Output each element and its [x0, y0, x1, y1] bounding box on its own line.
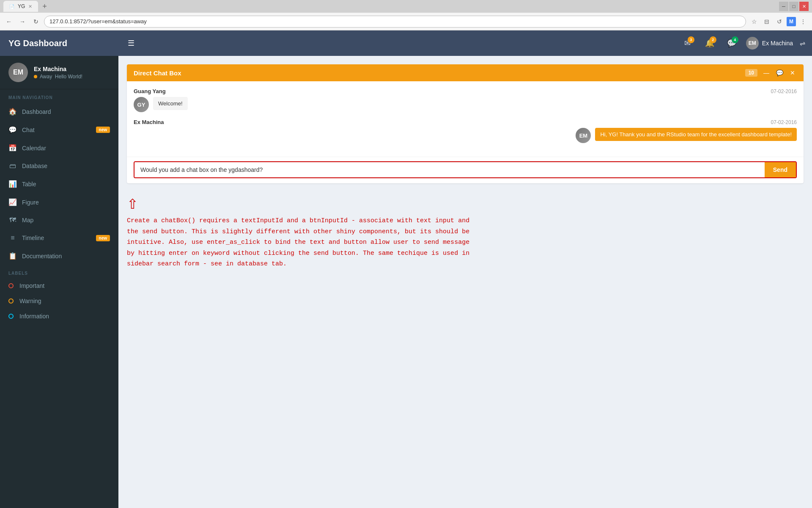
minimize-window-button[interactable]: ─ — [779, 2, 788, 11]
message-block: Guang Yang 07-02-2016 GY Welcome! — [134, 88, 797, 112]
message-bubble: Welcome! — [153, 97, 188, 110]
header-menu-button[interactable]: ☰ — [125, 36, 137, 50]
back-button[interactable]: ← — [3, 16, 14, 27]
chat-icon-button[interactable]: 💬 — [774, 69, 785, 77]
sidebar-brand: YG Dashboard — [0, 30, 118, 56]
browser-chrome: 📄 YG ✕ + ─ □ ✕ ← → ↻ ☆ ⊟ ↺ M ⋮ — [0, 0, 812, 30]
annotation-section: ⇧ Create a chatBox() requires a textInpu… — [127, 192, 804, 274]
chat-box-badge: 10 — [745, 69, 757, 77]
reload-button[interactable]: ↻ — [30, 16, 41, 27]
chat-minimize-button[interactable]: — — [762, 69, 771, 77]
sidebar-user-info: Ex Machina Away Hello World! — [34, 66, 110, 80]
dashboard-icon: 🏠 — [8, 108, 17, 116]
chat-box-controls: — 💬 ✕ — [762, 69, 797, 77]
header-bell-button[interactable]: 🔔 2 — [702, 36, 717, 51]
label-warning-text: Warning — [19, 298, 41, 304]
chat-icon: 💬 — [8, 126, 17, 134]
refresh-icon-button[interactable]: ↺ — [774, 16, 785, 27]
message-bubble: Hi, YG! Thank you and the RStudio team f… — [595, 128, 797, 141]
chat-input-area: Send — [127, 157, 804, 183]
header-messages-button[interactable]: 💬 4 — [724, 36, 739, 51]
sidebar-item-label: Table — [22, 181, 110, 188]
sidebar: YG Dashboard EM Ex Machina Away Hello Wo… — [0, 30, 118, 508]
sidebar-item-calendar[interactable]: 📅 Calendar — [0, 139, 118, 157]
label-important-text: Important — [19, 282, 44, 289]
message-bubble-wrap: GY Welcome! — [134, 97, 797, 112]
sidebar-item-table[interactable]: 📊 Table — [0, 175, 118, 193]
annotation-text: Create a chatBox() requires a textInputI… — [127, 215, 804, 270]
message-sender: Guang Yang — [134, 88, 166, 94]
sidebar-item-timeline[interactable]: ≡ Timeline new — [0, 229, 118, 247]
avatar-initials: EM — [8, 63, 28, 82]
figure-icon: 📈 — [8, 198, 17, 206]
documentation-icon: 📋 — [8, 252, 17, 260]
chat-messages: Guang Yang 07-02-2016 GY Welcome! — [127, 81, 804, 157]
sidebar-item-label: Timeline — [22, 235, 91, 241]
chat-box: Direct Chat Box 10 — 💬 ✕ Guang Yang 07-0… — [127, 64, 804, 183]
extensions-button[interactable]: ⋮ — [798, 16, 809, 27]
status-dot-icon — [34, 75, 37, 78]
messages-badge: 4 — [732, 36, 738, 43]
chrome-menu-button[interactable]: M — [787, 17, 796, 26]
labels-section: Important Warning Information — [0, 278, 118, 324]
forward-button[interactable]: → — [17, 16, 28, 27]
sidebar-item-chat[interactable]: 💬 Chat new — [0, 121, 118, 139]
header-share-button[interactable]: ⇌ — [800, 39, 805, 47]
sidebar-item-label: Chat — [22, 127, 91, 133]
nav-right-icons: ☆ ⊟ ↺ M ⋮ — [749, 16, 809, 27]
brand-title: YG Dashboard — [8, 39, 67, 48]
database-icon: 🗃 — [8, 162, 17, 170]
message-block: Ex Machina 07-02-2016 Hi, YG! Thank you … — [134, 119, 797, 143]
sidebar-item-documentation[interactable]: 📋 Documentation — [0, 247, 118, 265]
chat-badge: new — [96, 127, 110, 133]
message-sender: Ex Machina — [134, 119, 164, 125]
sidebar-item-dashboard[interactable]: 🏠 Dashboard — [0, 102, 118, 121]
new-tab-button[interactable]: + — [40, 2, 49, 11]
chat-message-input[interactable] — [134, 162, 765, 177]
chat-send-button[interactable]: Send — [765, 162, 796, 177]
title-controls: ─ □ ✕ — [779, 2, 809, 11]
chat-close-button[interactable]: ✕ — [788, 69, 797, 77]
annotation-arrow-icon: ⇧ — [127, 196, 804, 212]
address-bar[interactable] — [44, 16, 746, 28]
tab-close-button[interactable]: ✕ — [28, 4, 32, 9]
sidebar-user-panel: EM Ex Machina Away Hello World! — [0, 56, 118, 89]
main-nav-label: MAIN NAVIGATION — [0, 89, 118, 102]
sidebar-item-database[interactable]: 🗃 Database — [0, 157, 118, 175]
header-avatar: EM — [746, 37, 759, 50]
message-meta: Guang Yang 07-02-2016 — [134, 88, 797, 94]
information-dot-icon — [8, 314, 14, 319]
close-window-button[interactable]: ✕ — [799, 2, 809, 11]
avatar-initials: GY — [134, 97, 149, 112]
reader-mode-button[interactable]: ⊟ — [761, 16, 772, 27]
mail-badge: 3 — [688, 36, 694, 43]
sidebar-status: Away Hello World! — [34, 74, 110, 80]
content-area: Direct Chat Box 10 — 💬 ✕ Guang Yang 07-0… — [118, 56, 812, 508]
message-time: 07-02-2016 — [771, 88, 797, 94]
sidebar-user-avatar: EM — [8, 63, 28, 82]
title-bar: 📄 YG ✕ + ─ □ ✕ — [0, 0, 812, 13]
label-item-information[interactable]: Information — [0, 309, 118, 324]
chat-box-title: Direct Chat Box — [134, 69, 745, 77]
important-dot-icon — [8, 283, 14, 288]
sidebar-item-label: Figure — [22, 199, 110, 206]
chat-box-header: Direct Chat Box 10 — 💬 ✕ — [127, 64, 804, 81]
sidebar-status-text: Away Hello World! — [40, 74, 82, 80]
labels-section-label: LABELS — [0, 265, 118, 278]
message-time: 07-02-2016 — [771, 119, 797, 125]
header-user-menu[interactable]: EM Ex Machina — [746, 37, 793, 50]
sidebar-item-label: Documentation — [22, 253, 110, 260]
avatar-initials: EM — [576, 128, 591, 143]
bookmark-star-button[interactable]: ☆ — [749, 16, 760, 27]
timeline-icon: ≡ — [8, 234, 17, 242]
chat-input-wrap: Send — [134, 161, 797, 178]
message-avatar: GY — [134, 97, 149, 112]
sidebar-item-figure[interactable]: 📈 Figure — [0, 193, 118, 211]
label-item-warning[interactable]: Warning — [0, 293, 118, 309]
header-mail-button[interactable]: ✉ 3 — [680, 36, 695, 51]
sidebar-item-map[interactable]: 🗺 Map — [0, 211, 118, 229]
app-container: YG Dashboard EM Ex Machina Away Hello Wo… — [0, 30, 812, 508]
browser-tab[interactable]: 📄 YG ✕ — [3, 1, 38, 12]
label-item-important[interactable]: Important — [0, 278, 118, 293]
maximize-window-button[interactable]: □ — [789, 2, 798, 11]
